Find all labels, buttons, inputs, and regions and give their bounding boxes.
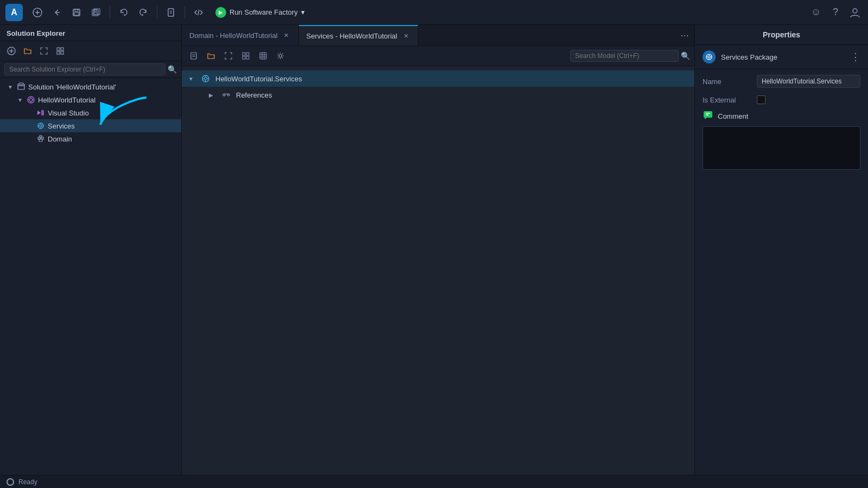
editor-root-icon: [200, 73, 211, 84]
tree-label-hwt: HelloWorldTutorial: [38, 96, 95, 104]
editor-root-arrow: ▼: [188, 76, 196, 82]
editor-grid-btn[interactable]: [256, 48, 271, 63]
properties-type-row: Services Package ⋮: [695, 45, 868, 69]
svg-point-60: [205, 78, 207, 80]
undo-button[interactable]: [116, 4, 132, 21]
run-software-factory-button[interactable]: ▶ Run Software Factory ▾: [210, 5, 310, 20]
prop-name-input[interactable]: [757, 75, 860, 88]
tab-add-button[interactable]: ⋯: [675, 30, 694, 41]
sidebar-folder-button[interactable]: [21, 44, 35, 58]
prop-name-label: Name: [703, 78, 751, 86]
solution-tree: ▼ Solution 'HelloWorldTutorial' ▼ HelloW…: [0, 78, 181, 475]
tree-item-domain[interactable]: Domain: [0, 132, 181, 145]
svg-point-58: [279, 55, 282, 57]
comment-icon: [703, 110, 713, 123]
editor-search-button[interactable]: 🔍: [681, 52, 690, 60]
svg-rect-51: [242, 56, 245, 59]
svg-rect-11: [168, 9, 174, 16]
tree-label-services: Services: [48, 122, 75, 130]
user-button[interactable]: [847, 5, 863, 20]
editor-new-btn[interactable]: [186, 48, 201, 63]
tab-services-label: Services - HelloWorldTutorial: [307, 32, 398, 40]
separator-2: [157, 7, 157, 18]
tree-label-solution: Solution 'HelloWorldTutorial': [28, 83, 116, 91]
editor-search-input[interactable]: [570, 50, 679, 62]
prop-external-checkbox[interactable]: [757, 95, 765, 104]
sidebar-toolbar: [0, 41, 181, 61]
tree-label-domain: Domain: [48, 135, 72, 143]
new-file-button[interactable]: [163, 4, 179, 21]
properties-header: Properties: [695, 25, 868, 45]
tab-domain-close[interactable]: ✕: [282, 31, 291, 40]
svg-point-15: [853, 9, 857, 13]
editor-settings-btn[interactable]: [273, 48, 288, 63]
svg-line-14: [198, 10, 199, 15]
prop-more-button[interactable]: ⋮: [851, 51, 860, 63]
sidebar-search-button[interactable]: 🔍: [168, 65, 177, 74]
editor-open-btn[interactable]: [203, 48, 219, 63]
svg-rect-6: [74, 12, 79, 15]
solution-icon: [16, 82, 26, 92]
code-button[interactable]: [190, 4, 207, 21]
svg-rect-46: [191, 53, 196, 59]
status-indicator: [7, 478, 14, 486]
tab-domain-label: Domain - HelloWorldTutorial: [189, 31, 278, 40]
sidebar: Solution Explorer 🔍 ▼: [0, 25, 182, 475]
properties-fields: Name Is External: [695, 69, 868, 110]
properties-panel: Properties Services Package ⋮ Name Is Ex…: [694, 25, 868, 475]
tree-item-services[interactable]: Services: [0, 119, 181, 132]
tree-arrow-hwt: ▼: [16, 96, 24, 104]
main-layout: Solution Explorer 🔍 ▼: [0, 25, 868, 475]
svg-point-27: [29, 98, 33, 101]
play-icon: ▶: [215, 7, 226, 18]
sidebar-expand-button[interactable]: [37, 44, 51, 58]
separator-1: [110, 7, 110, 18]
editor-layout-btn[interactable]: [238, 48, 253, 63]
editor-ref-icon: [221, 89, 232, 100]
editor-content: ▼ HelloWorldTutorial.Services ▶ Referenc…: [182, 66, 694, 475]
editor-tree: ▼ HelloWorldTutorial.Services ▶ Referenc…: [182, 66, 694, 107]
editor-expand-btn[interactable]: [221, 48, 236, 63]
prop-type-icon: [703, 50, 716, 63]
save-all-button[interactable]: [88, 4, 104, 21]
editor-ref-arrow: ▶: [209, 92, 216, 98]
run-button-label: Run Software Factory: [229, 8, 298, 16]
emoji-button[interactable]: ☺: [808, 5, 824, 20]
back-button[interactable]: [49, 4, 65, 21]
svg-rect-32: [41, 110, 44, 115]
svg-rect-42: [40, 136, 42, 137]
tab-domain[interactable]: Domain - HelloWorldTutorial ✕: [182, 25, 299, 46]
svg-rect-21: [57, 52, 60, 54]
svg-rect-53: [260, 53, 266, 59]
separator-3: [184, 7, 185, 18]
editor-tree-references[interactable]: ▶ References: [182, 87, 694, 103]
prop-external-label: Is External: [703, 96, 751, 104]
tree-item-vs[interactable]: Visual Studio: [0, 106, 181, 119]
tree-item-hwt[interactable]: ▼ HelloWorldTutorial: [0, 93, 181, 106]
tree-label-vs: Visual Studio: [48, 109, 89, 117]
svg-rect-22: [61, 52, 63, 54]
sidebar-add-button[interactable]: [4, 44, 18, 58]
services-icon: [36, 121, 46, 131]
project-icon: [26, 95, 36, 105]
top-toolbar: A ▶ Run Software Factory ▾ ☺ ?: [0, 0, 868, 25]
tab-services[interactable]: Services - HelloWorldTutorial ✕: [299, 25, 419, 46]
svg-rect-52: [246, 56, 249, 59]
editor-tree-root[interactable]: ▼ HelloWorldTutorial.Services: [182, 70, 694, 87]
sidebar-search-input[interactable]: [4, 63, 165, 75]
domain-icon: [36, 134, 46, 144]
comment-textarea[interactable]: [703, 126, 860, 170]
sidebar-layout-button[interactable]: [53, 44, 67, 58]
app-logo[interactable]: A: [5, 4, 23, 21]
add-button[interactable]: [29, 4, 46, 21]
tree-arrow-services: [26, 122, 34, 130]
toolbar-right: ☺ ?: [808, 5, 863, 20]
tab-services-close[interactable]: ✕: [401, 31, 410, 40]
comment-header: Comment: [703, 110, 860, 123]
tree-arrow-vs: [26, 109, 34, 117]
tree-item-solution[interactable]: ▼ Solution 'HelloWorldTutorial': [0, 80, 181, 93]
save-button[interactable]: [68, 4, 85, 21]
prop-type-label: Services Package: [721, 53, 845, 61]
help-button[interactable]: ?: [828, 5, 843, 20]
redo-button[interactable]: [135, 4, 151, 21]
